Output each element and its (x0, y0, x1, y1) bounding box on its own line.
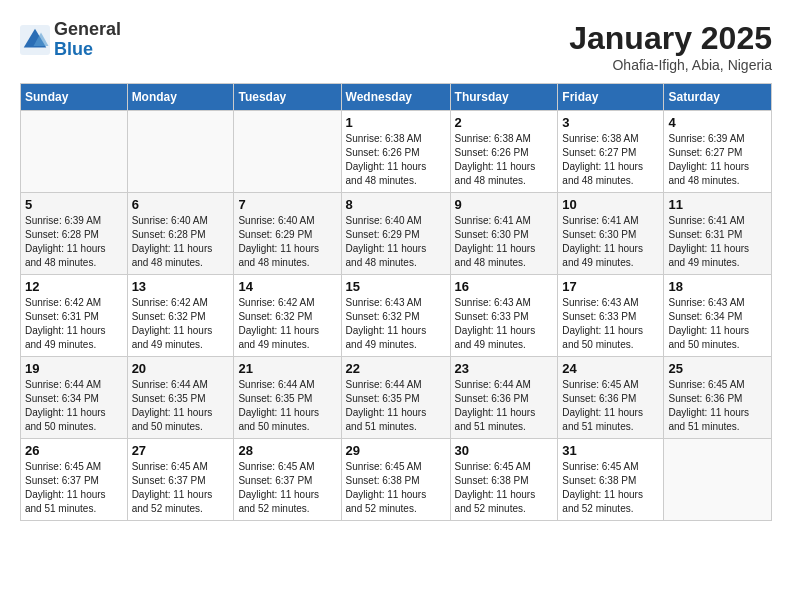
day-info: Sunrise: 6:45 AM Sunset: 6:36 PM Dayligh… (562, 378, 659, 434)
day-number: 14 (238, 279, 336, 294)
day-number: 5 (25, 197, 123, 212)
calendar-cell (664, 439, 772, 521)
day-info: Sunrise: 6:43 AM Sunset: 6:33 PM Dayligh… (455, 296, 554, 352)
day-info: Sunrise: 6:39 AM Sunset: 6:27 PM Dayligh… (668, 132, 767, 188)
day-info: Sunrise: 6:41 AM Sunset: 6:30 PM Dayligh… (455, 214, 554, 270)
page-header: General Blue January 2025 Ohafia-Ifigh, … (20, 20, 772, 73)
day-number: 29 (346, 443, 446, 458)
day-number: 9 (455, 197, 554, 212)
calendar-cell: 18Sunrise: 6:43 AM Sunset: 6:34 PM Dayli… (664, 275, 772, 357)
calendar-cell: 13Sunrise: 6:42 AM Sunset: 6:32 PM Dayli… (127, 275, 234, 357)
calendar-cell: 3Sunrise: 6:38 AM Sunset: 6:27 PM Daylig… (558, 111, 664, 193)
calendar-cell: 30Sunrise: 6:45 AM Sunset: 6:38 PM Dayli… (450, 439, 558, 521)
weekday-header-sunday: Sunday (21, 84, 128, 111)
day-info: Sunrise: 6:43 AM Sunset: 6:32 PM Dayligh… (346, 296, 446, 352)
day-number: 6 (132, 197, 230, 212)
day-info: Sunrise: 6:41 AM Sunset: 6:31 PM Dayligh… (668, 214, 767, 270)
logo-icon (20, 25, 50, 55)
day-info: Sunrise: 6:45 AM Sunset: 6:38 PM Dayligh… (346, 460, 446, 516)
weekday-header-monday: Monday (127, 84, 234, 111)
day-number: 21 (238, 361, 336, 376)
calendar-cell: 21Sunrise: 6:44 AM Sunset: 6:35 PM Dayli… (234, 357, 341, 439)
calendar-cell: 10Sunrise: 6:41 AM Sunset: 6:30 PM Dayli… (558, 193, 664, 275)
calendar-cell: 6Sunrise: 6:40 AM Sunset: 6:28 PM Daylig… (127, 193, 234, 275)
day-info: Sunrise: 6:44 AM Sunset: 6:35 PM Dayligh… (132, 378, 230, 434)
day-info: Sunrise: 6:43 AM Sunset: 6:34 PM Dayligh… (668, 296, 767, 352)
calendar-week-row: 19Sunrise: 6:44 AM Sunset: 6:34 PM Dayli… (21, 357, 772, 439)
day-info: Sunrise: 6:38 AM Sunset: 6:27 PM Dayligh… (562, 132, 659, 188)
day-info: Sunrise: 6:41 AM Sunset: 6:30 PM Dayligh… (562, 214, 659, 270)
calendar-cell: 22Sunrise: 6:44 AM Sunset: 6:35 PM Dayli… (341, 357, 450, 439)
day-info: Sunrise: 6:42 AM Sunset: 6:31 PM Dayligh… (25, 296, 123, 352)
day-number: 27 (132, 443, 230, 458)
calendar-cell: 1Sunrise: 6:38 AM Sunset: 6:26 PM Daylig… (341, 111, 450, 193)
day-number: 12 (25, 279, 123, 294)
calendar-cell (21, 111, 128, 193)
day-number: 20 (132, 361, 230, 376)
calendar-cell: 29Sunrise: 6:45 AM Sunset: 6:38 PM Dayli… (341, 439, 450, 521)
day-number: 2 (455, 115, 554, 130)
calendar-cell: 14Sunrise: 6:42 AM Sunset: 6:32 PM Dayli… (234, 275, 341, 357)
location-subtitle: Ohafia-Ifigh, Abia, Nigeria (569, 57, 772, 73)
calendar-cell: 31Sunrise: 6:45 AM Sunset: 6:38 PM Dayli… (558, 439, 664, 521)
calendar-cell: 26Sunrise: 6:45 AM Sunset: 6:37 PM Dayli… (21, 439, 128, 521)
logo-general-text: General (54, 19, 121, 39)
day-info: Sunrise: 6:45 AM Sunset: 6:36 PM Dayligh… (668, 378, 767, 434)
calendar-cell: 15Sunrise: 6:43 AM Sunset: 6:32 PM Dayli… (341, 275, 450, 357)
day-number: 1 (346, 115, 446, 130)
calendar-cell: 4Sunrise: 6:39 AM Sunset: 6:27 PM Daylig… (664, 111, 772, 193)
day-info: Sunrise: 6:40 AM Sunset: 6:29 PM Dayligh… (346, 214, 446, 270)
calendar-cell: 5Sunrise: 6:39 AM Sunset: 6:28 PM Daylig… (21, 193, 128, 275)
calendar-week-row: 12Sunrise: 6:42 AM Sunset: 6:31 PM Dayli… (21, 275, 772, 357)
day-number: 11 (668, 197, 767, 212)
day-info: Sunrise: 6:45 AM Sunset: 6:37 PM Dayligh… (25, 460, 123, 516)
weekday-header-saturday: Saturday (664, 84, 772, 111)
calendar-cell (234, 111, 341, 193)
calendar-cell: 28Sunrise: 6:45 AM Sunset: 6:37 PM Dayli… (234, 439, 341, 521)
day-number: 13 (132, 279, 230, 294)
day-info: Sunrise: 6:42 AM Sunset: 6:32 PM Dayligh… (238, 296, 336, 352)
day-info: Sunrise: 6:45 AM Sunset: 6:38 PM Dayligh… (455, 460, 554, 516)
day-number: 3 (562, 115, 659, 130)
weekday-header-thursday: Thursday (450, 84, 558, 111)
day-number: 19 (25, 361, 123, 376)
calendar-cell: 2Sunrise: 6:38 AM Sunset: 6:26 PM Daylig… (450, 111, 558, 193)
day-number: 30 (455, 443, 554, 458)
day-number: 4 (668, 115, 767, 130)
day-number: 23 (455, 361, 554, 376)
day-number: 7 (238, 197, 336, 212)
calendar-cell: 17Sunrise: 6:43 AM Sunset: 6:33 PM Dayli… (558, 275, 664, 357)
day-info: Sunrise: 6:44 AM Sunset: 6:34 PM Dayligh… (25, 378, 123, 434)
calendar-cell: 23Sunrise: 6:44 AM Sunset: 6:36 PM Dayli… (450, 357, 558, 439)
calendar-table: SundayMondayTuesdayWednesdayThursdayFrid… (20, 83, 772, 521)
calendar-cell: 11Sunrise: 6:41 AM Sunset: 6:31 PM Dayli… (664, 193, 772, 275)
day-info: Sunrise: 6:38 AM Sunset: 6:26 PM Dayligh… (346, 132, 446, 188)
logo-blue-text: Blue (54, 39, 93, 59)
calendar-cell (127, 111, 234, 193)
calendar-cell: 25Sunrise: 6:45 AM Sunset: 6:36 PM Dayli… (664, 357, 772, 439)
calendar-cell: 16Sunrise: 6:43 AM Sunset: 6:33 PM Dayli… (450, 275, 558, 357)
day-number: 26 (25, 443, 123, 458)
day-info: Sunrise: 6:42 AM Sunset: 6:32 PM Dayligh… (132, 296, 230, 352)
calendar-cell: 9Sunrise: 6:41 AM Sunset: 6:30 PM Daylig… (450, 193, 558, 275)
day-info: Sunrise: 6:44 AM Sunset: 6:35 PM Dayligh… (346, 378, 446, 434)
day-info: Sunrise: 6:40 AM Sunset: 6:28 PM Dayligh… (132, 214, 230, 270)
title-section: January 2025 Ohafia-Ifigh, Abia, Nigeria (569, 20, 772, 73)
calendar-cell: 24Sunrise: 6:45 AM Sunset: 6:36 PM Dayli… (558, 357, 664, 439)
calendar-cell: 20Sunrise: 6:44 AM Sunset: 6:35 PM Dayli… (127, 357, 234, 439)
calendar-cell: 12Sunrise: 6:42 AM Sunset: 6:31 PM Dayli… (21, 275, 128, 357)
day-number: 17 (562, 279, 659, 294)
calendar-cell: 7Sunrise: 6:40 AM Sunset: 6:29 PM Daylig… (234, 193, 341, 275)
day-info: Sunrise: 6:40 AM Sunset: 6:29 PM Dayligh… (238, 214, 336, 270)
weekday-header-row: SundayMondayTuesdayWednesdayThursdayFrid… (21, 84, 772, 111)
weekday-header-wednesday: Wednesday (341, 84, 450, 111)
day-number: 24 (562, 361, 659, 376)
day-number: 15 (346, 279, 446, 294)
month-title: January 2025 (569, 20, 772, 57)
day-info: Sunrise: 6:44 AM Sunset: 6:36 PM Dayligh… (455, 378, 554, 434)
calendar-cell: 27Sunrise: 6:45 AM Sunset: 6:37 PM Dayli… (127, 439, 234, 521)
day-info: Sunrise: 6:45 AM Sunset: 6:37 PM Dayligh… (132, 460, 230, 516)
day-info: Sunrise: 6:38 AM Sunset: 6:26 PM Dayligh… (455, 132, 554, 188)
day-number: 25 (668, 361, 767, 376)
day-info: Sunrise: 6:43 AM Sunset: 6:33 PM Dayligh… (562, 296, 659, 352)
